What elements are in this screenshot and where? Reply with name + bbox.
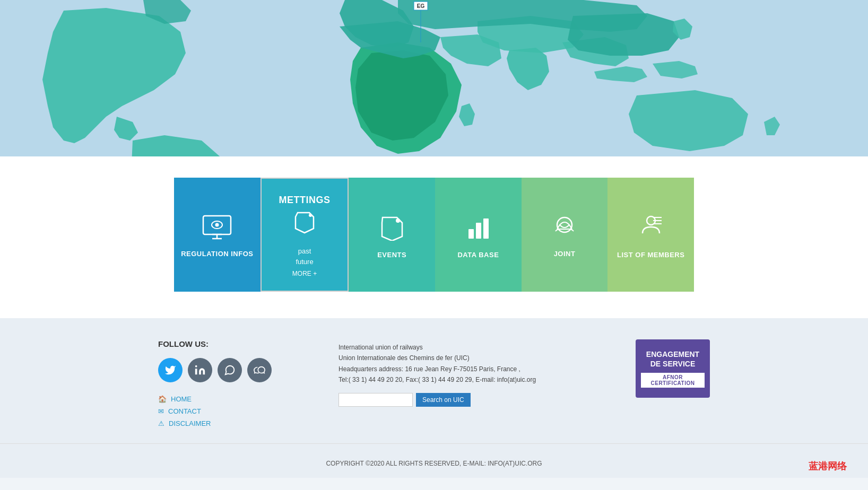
certification-badge: ENGAGEMENT DE SERVICE AFNOR CERTIFICATIO… — [636, 339, 710, 398]
card-database-title: DATA BASE — [457, 251, 499, 259]
cards-row: REGULATION INFOS METTINGS past future MO… — [174, 178, 694, 292]
card-meetings-more[interactable]: MORE + — [292, 270, 317, 277]
card-list-of-members[interactable]: LIST OF MEMBERS — [607, 178, 694, 292]
disclaimer-icon: ⚠ — [158, 419, 164, 427]
monitor-eye-icon — [202, 214, 232, 243]
cert-text-top: ENGAGEMENT DE SERVICE — [646, 349, 699, 369]
linkedin-icon[interactable] — [188, 358, 212, 382]
search-button[interactable]: Search on UIC — [416, 393, 471, 407]
card-database[interactable]: DATA BASE — [435, 178, 522, 292]
card-list-of-members-title: LIST OF MEMBERS — [617, 251, 684, 259]
tag-icon-meetings — [292, 210, 317, 238]
handshake-icon — [549, 214, 580, 243]
card-events[interactable]: EVENTS — [349, 178, 435, 292]
card-regulation-infos[interactable]: REGULATION INFOS — [174, 178, 261, 292]
card-meetings-title: METTINGS — [279, 195, 331, 206]
svg-point-11 — [396, 218, 400, 223]
footer-left: FOLLOW US: — [158, 339, 307, 427]
follow-us-title: FOLLOW US: — [158, 339, 307, 348]
whatsapp-icon[interactable] — [218, 358, 242, 382]
svg-point-10 — [309, 214, 312, 217]
wechat-icon[interactable] — [247, 358, 272, 382]
footer-center: International union of railways Union In… — [338, 339, 593, 427]
footer-nav-home[interactable]: 🏠 HOME — [158, 395, 307, 403]
copyright-bar: COPYRIGHT ©2020 ALL RIGHTS RESERVED, E-M… — [0, 443, 868, 478]
card-joint-title: JOINT — [554, 250, 576, 258]
footer-nav-disclaimer[interactable]: ⚠ DISCLAIMER — [158, 419, 307, 427]
svg-text:EG: EG — [417, 3, 425, 9]
footer-nav: 🏠 HOME ✉ CONTACT ⚠ DISCLAIMER — [158, 395, 307, 427]
cert-brand: AFNOR CERTIFICATION — [641, 373, 705, 388]
card-joint[interactable]: JOINT — [522, 178, 608, 292]
footer-nav-contact[interactable]: ✉ CONTACT — [158, 407, 307, 415]
home-icon: 🏠 — [158, 395, 167, 403]
world-map-section: EG — [0, 0, 868, 156]
svg-rect-12 — [468, 229, 474, 239]
contact-icon: ✉ — [158, 407, 164, 415]
tag-icon-events — [378, 213, 406, 244]
svg-rect-14 — [483, 218, 489, 239]
copyright-text: COPYRIGHT ©2020 ALL RIGHTS RESERVED, E-M… — [326, 460, 542, 467]
person-list-icon — [637, 213, 665, 244]
svg-rect-20 — [195, 369, 197, 374]
twitter-icon[interactable] — [158, 358, 183, 382]
search-input[interactable] — [338, 393, 413, 407]
svg-rect-13 — [476, 223, 481, 239]
cards-section: REGULATION INFOS METTINGS past future MO… — [0, 156, 868, 318]
search-row: Search on UIC — [338, 393, 593, 407]
card-meetings[interactable]: METTINGS past future MORE + — [261, 178, 349, 292]
card-meetings-sub: past future — [296, 246, 313, 267]
watermark: 蓝港网络 — [809, 460, 847, 472]
svg-point-9 — [215, 223, 219, 227]
card-events-title: EVENTS — [377, 251, 406, 259]
footer-section: FOLLOW US: — [0, 318, 868, 478]
social-icons-row — [158, 358, 307, 382]
svg-point-21 — [195, 365, 197, 368]
footer-right: ENGAGEMENT DE SERVICE AFNOR CERTIFICATIO… — [625, 339, 710, 427]
card-regulation-infos-title: REGULATION INFOS — [181, 250, 253, 258]
org-info: International union of railways Union In… — [338, 342, 593, 386]
database-icon — [464, 213, 492, 244]
